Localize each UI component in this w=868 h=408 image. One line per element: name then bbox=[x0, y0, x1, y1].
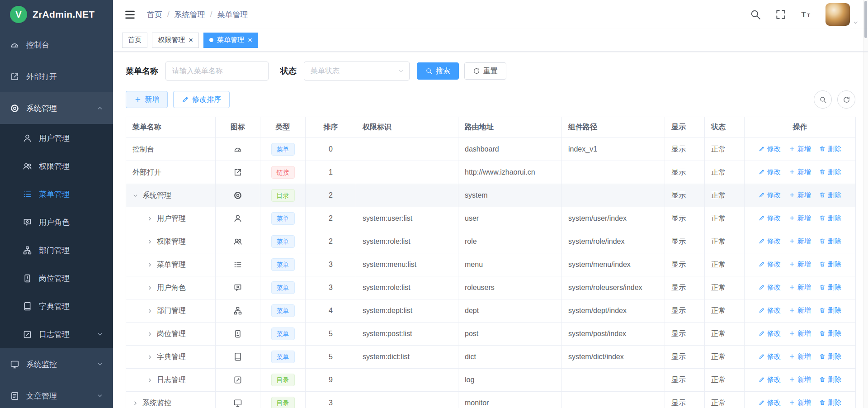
table-cell: 2 bbox=[306, 207, 356, 230]
del-link[interactable]: 删除 bbox=[819, 214, 841, 223]
reset-button[interactable]: 重置 bbox=[464, 62, 506, 80]
status-select[interactable] bbox=[304, 62, 410, 81]
avatar[interactable] bbox=[826, 3, 850, 26]
del-link[interactable]: 删除 bbox=[819, 260, 841, 269]
sidebar-item-dashboard[interactable]: 控制台 bbox=[0, 29, 113, 61]
page-scrollbar[interactable] bbox=[863, 0, 868, 408]
edit-link[interactable]: 修改 bbox=[759, 352, 781, 361]
table-search-button[interactable] bbox=[814, 90, 832, 109]
edit-link[interactable]: 修改 bbox=[759, 191, 781, 199]
del-link[interactable]: 删除 bbox=[819, 237, 841, 246]
add-link[interactable]: 新增 bbox=[789, 168, 811, 176]
chevron-right-icon[interactable] bbox=[132, 400, 138, 406]
table-cell: 3 bbox=[306, 276, 356, 299]
font-size-icon[interactable] bbox=[800, 9, 812, 20]
add-link[interactable]: 新增 bbox=[789, 191, 811, 199]
edit-icon bbox=[759, 376, 765, 383]
chevron-right-icon[interactable] bbox=[147, 308, 153, 314]
edit-link[interactable]: 修改 bbox=[759, 375, 781, 384]
edit-link[interactable]: 修改 bbox=[759, 168, 781, 176]
del-link[interactable]: 删除 bbox=[819, 306, 841, 315]
add-link[interactable]: 新增 bbox=[789, 352, 811, 361]
close-tab-icon[interactable]: × bbox=[248, 36, 252, 44]
tab-menu[interactable]: 菜单管理× bbox=[203, 33, 258, 48]
chevron-down-icon[interactable] bbox=[132, 193, 138, 199]
chevron-right-icon[interactable] bbox=[147, 239, 153, 245]
sidebar-item-role[interactable]: 权限管理 bbox=[0, 152, 113, 180]
fullscreen-icon[interactable] bbox=[775, 9, 787, 20]
sidebar-item-user[interactable]: 用户管理 bbox=[0, 124, 113, 152]
del-link[interactable]: 删除 bbox=[819, 191, 841, 199]
column-header: 菜单名称 bbox=[126, 117, 216, 138]
add-link-label: 新增 bbox=[797, 260, 811, 269]
table-cell: 菜单 bbox=[260, 276, 306, 299]
table-cell: system:post:list bbox=[356, 323, 458, 346]
sidebar-item-menu[interactable]: 菜单管理 bbox=[0, 180, 113, 208]
add-link-label: 新增 bbox=[797, 145, 811, 153]
add-link[interactable]: 新增 bbox=[789, 237, 811, 246]
del-link[interactable]: 删除 bbox=[819, 399, 841, 407]
edit-link[interactable]: 修改 bbox=[759, 306, 781, 315]
menu-name-input[interactable] bbox=[165, 62, 269, 81]
breadcrumb-item[interactable]: 首页 bbox=[147, 9, 162, 20]
table-cell: menu bbox=[458, 253, 562, 276]
add-link[interactable]: 新增 bbox=[789, 260, 811, 269]
add-link[interactable]: 新增 bbox=[789, 283, 811, 292]
sidebar-item-monitor[interactable]: 系统监控 bbox=[0, 348, 113, 380]
edit-link[interactable]: 修改 bbox=[759, 399, 781, 407]
chevron-down-icon[interactable] bbox=[853, 19, 859, 26]
chevron-right-icon[interactable] bbox=[147, 377, 153, 383]
add-link[interactable]: 新增 bbox=[789, 399, 811, 407]
chevron-right-icon[interactable] bbox=[147, 285, 153, 291]
chevron-right-icon[interactable] bbox=[147, 262, 153, 268]
del-link[interactable]: 删除 bbox=[819, 168, 841, 176]
edit-link[interactable]: 修改 bbox=[759, 214, 781, 223]
chevron-right-icon[interactable] bbox=[147, 216, 153, 222]
del-link-label: 删除 bbox=[828, 145, 841, 153]
sidebar-item-dict[interactable]: 字典管理 bbox=[0, 292, 113, 320]
sidebar-item-roleusers[interactable]: 用户角色 bbox=[0, 208, 113, 236]
table-cell: 显示 bbox=[665, 161, 705, 184]
close-tab-icon[interactable]: × bbox=[189, 36, 193, 44]
sidebar-item-system[interactable]: 系统管理 bbox=[0, 92, 113, 124]
del-link[interactable]: 删除 bbox=[819, 283, 841, 292]
edit-link[interactable]: 修改 bbox=[759, 283, 781, 292]
status-select-input[interactable] bbox=[304, 62, 410, 81]
tab-home[interactable]: 首页 bbox=[122, 33, 147, 48]
edit-icon bbox=[759, 169, 765, 175]
add-link[interactable]: 新增 bbox=[789, 214, 811, 223]
edit-icon bbox=[759, 284, 765, 290]
collapse-sidebar-icon[interactable] bbox=[124, 9, 136, 21]
visible-value: 显示 bbox=[671, 376, 686, 384]
add-link[interactable]: 新增 bbox=[789, 329, 811, 338]
table-refresh-button[interactable] bbox=[837, 90, 855, 109]
edit-link[interactable]: 修改 bbox=[759, 237, 781, 246]
edit-link[interactable]: 修改 bbox=[759, 260, 781, 269]
sidebar-item-dept[interactable]: 部门管理 bbox=[0, 236, 113, 264]
chevron-right-icon[interactable] bbox=[147, 354, 153, 360]
sidebar-item-log[interactable]: 日志管理 bbox=[0, 320, 113, 348]
chevron-right-icon[interactable] bbox=[147, 331, 153, 337]
add-button[interactable]: 新增 bbox=[126, 91, 168, 108]
sidebar-item-external[interactable]: 外部打开 bbox=[0, 61, 113, 92]
breadcrumb-item[interactable]: 系统管理 bbox=[175, 9, 205, 20]
sidebar-item-label: 字典管理 bbox=[39, 301, 70, 312]
sort-button[interactable]: 修改排序 bbox=[173, 91, 230, 108]
search-button[interactable]: 搜索 bbox=[417, 62, 459, 80]
del-link[interactable]: 删除 bbox=[819, 375, 841, 384]
add-link[interactable]: 新增 bbox=[789, 306, 811, 315]
chevron-down-icon bbox=[97, 361, 103, 367]
del-link[interactable]: 删除 bbox=[819, 352, 841, 361]
table-cell: 修改新增删除 bbox=[745, 207, 856, 230]
app-logo[interactable]: V ZrAdmin.NET bbox=[0, 0, 113, 29]
sidebar-item-article[interactable]: 文章管理 bbox=[0, 380, 113, 408]
tab-role[interactable]: 权限管理× bbox=[152, 33, 199, 48]
sidebar-item-post[interactable]: 岗位管理 bbox=[0, 264, 113, 292]
search-icon[interactable] bbox=[750, 9, 761, 20]
edit-link[interactable]: 修改 bbox=[759, 145, 781, 153]
del-link[interactable]: 删除 bbox=[819, 145, 841, 153]
del-link[interactable]: 删除 bbox=[819, 329, 841, 338]
add-link[interactable]: 新增 bbox=[789, 145, 811, 153]
edit-link[interactable]: 修改 bbox=[759, 329, 781, 338]
add-link[interactable]: 新增 bbox=[789, 375, 811, 384]
